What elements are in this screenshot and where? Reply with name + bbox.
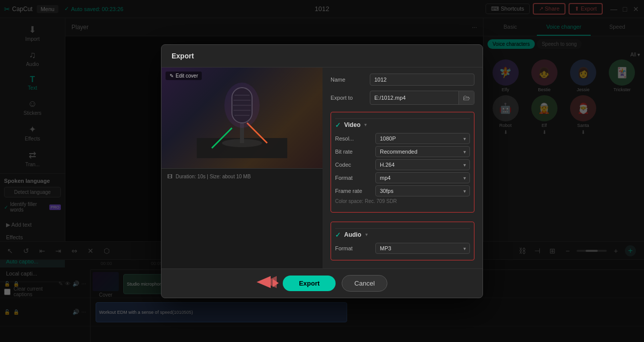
framerate-row: Frame rate 30fps 24fps 60fps	[335, 185, 470, 196]
modal-preview: ✎ Edit cover 🎞 Duration: 10s | Size: abo…	[162, 67, 323, 268]
audio-format-select-wrapper: MP3 AAC WAV	[375, 243, 470, 254]
bitrate-label: Bit rate	[335, 149, 375, 155]
resolution-row: Resol... 1080P 720P 480P 4K	[335, 133, 470, 144]
export-confirm-button[interactable]: Export	[283, 276, 336, 291]
modal-action-footer: Export Cancel	[162, 268, 482, 298]
audio-section-header: ✓ Audio ▾	[335, 228, 470, 241]
edit-cover-label: Edit cover	[176, 73, 198, 79]
color-space-note: Color space: Rec. 709 SDR	[335, 198, 470, 204]
modal-overlay: Export	[0, 0, 644, 342]
name-input[interactable]	[370, 74, 474, 86]
browse-folder-button[interactable]: 🗁	[458, 91, 474, 104]
preview-image: ✎ Edit cover	[162, 67, 323, 168]
audio-check-icon: ✓	[335, 231, 341, 239]
cancel-button[interactable]: Cancel	[342, 275, 387, 292]
resolution-select[interactable]: 1080P 720P 480P 4K	[375, 133, 470, 144]
format-row: Format mp4 mov avi	[335, 172, 470, 183]
framerate-select[interactable]: 30fps 24fps 60fps	[375, 185, 470, 196]
codec-select-wrapper: H.264 H.265	[375, 159, 470, 170]
modal-header: Export	[162, 45, 482, 67]
framerate-select-wrapper: 30fps 24fps 60fps	[375, 185, 470, 196]
duration-info: 🎞 Duration: 10s | Size: about 10 MB	[162, 168, 323, 184]
format-select-wrapper: mp4 mov avi	[375, 172, 470, 183]
resolution-select-wrapper: 1080P 720P 480P 4K	[375, 133, 470, 144]
codec-select[interactable]: H.264 H.265	[375, 159, 470, 170]
svg-point-9	[224, 83, 260, 128]
bitrate-row: Bit rate Recommended Low High	[335, 146, 470, 157]
format-label: Format	[335, 175, 375, 181]
export-to-row: Export to 🗁	[331, 91, 474, 105]
resolution-label: Resol...	[335, 135, 375, 142]
bitrate-select[interactable]: Recommended Low High	[375, 146, 470, 157]
audio-section-title: Audio	[344, 231, 361, 238]
export-path-input[interactable]	[370, 92, 458, 103]
name-label: Name	[331, 77, 366, 83]
video-section-arrow: ▾	[364, 122, 367, 127]
audio-format-select[interactable]: MP3 AAC WAV	[375, 243, 470, 254]
film-icon: 🎞	[168, 174, 173, 179]
audio-section-arrow: ▾	[365, 232, 368, 237]
codec-row: Codec H.264 H.265	[335, 159, 470, 170]
microphone-svg	[197, 78, 287, 158]
modal-settings: Name Export to 🗁 ✓ Video ▾	[323, 67, 482, 268]
name-row: Name	[331, 74, 474, 86]
video-section-title: Video	[344, 121, 360, 128]
export-modal: Export	[161, 44, 483, 298]
audio-format-label: Format	[335, 245, 375, 251]
video-section-header: ✓ Video ▾	[335, 118, 470, 131]
format-select[interactable]: mp4 mov avi	[375, 172, 470, 183]
edit-icon: ✎	[170, 73, 174, 79]
video-check-icon: ✓	[335, 121, 341, 129]
export-path-field: 🗁	[370, 91, 474, 105]
codec-label: Codec	[335, 162, 375, 168]
audio-format-row: Format MP3 AAC WAV	[335, 243, 470, 254]
modal-body: ✎ Edit cover 🎞 Duration: 10s | Size: abo…	[162, 67, 482, 268]
framerate-label: Frame rate	[335, 188, 375, 194]
bitrate-select-wrapper: Recommended Low High	[375, 146, 470, 157]
edit-cover-button[interactable]: ✎ Edit cover	[166, 72, 202, 80]
video-section: ✓ Video ▾ Resol... 1080P 720P 480P 4K	[331, 112, 474, 213]
duration-text: Duration: 10s | Size: about 10 MB	[176, 174, 251, 179]
export-to-label: Export to	[331, 95, 366, 101]
audio-section: ✓ Audio ▾ Format MP3 AAC WAV	[331, 222, 474, 260]
